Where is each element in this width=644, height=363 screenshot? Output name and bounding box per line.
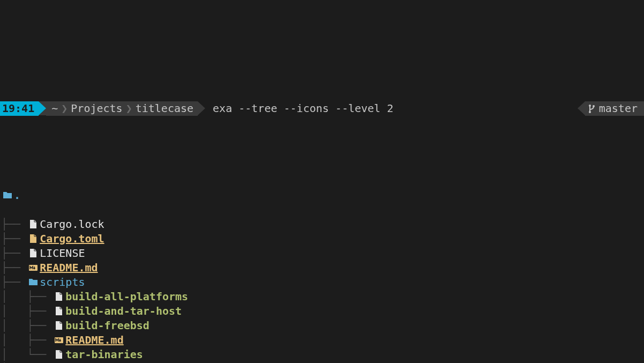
tree-entry-name: Cargo.lock [40,217,104,232]
spacer [398,101,578,116]
tree-entry-name: scripts [40,275,85,290]
path-part: Projects [71,101,122,116]
path-part: titlecase [136,101,193,116]
tree-row: │ ├── build-freebsd [1,318,644,333]
file-icon [53,290,65,304]
chevron-icon: ❯ [58,101,71,116]
tree-row: │ ├── README.md [1,333,644,347]
tree-row: ├── LICENSE [1,246,644,261]
git-branch-segment: master [585,101,644,116]
tree-row: ├── scripts [1,275,644,290]
arrow-icon [578,101,585,115]
tree-entry-name: build-and-tar-host [65,304,182,318]
tree-row: │ └── tar-binaries [1,347,644,362]
tree-guide: ├── [1,217,27,232]
tree-guide: │ └── [1,347,53,362]
tree-row: │ ├── build-and-tar-host [1,304,644,318]
file-icon [53,304,65,318]
tree-guide: ├── [1,246,27,261]
tree-row: │ ├── build-all-platforms [1,290,644,304]
tree-entry-name: build-all-platforms [65,290,188,304]
tree-root: . [1,188,644,203]
arrow-icon [39,101,46,115]
arrow-icon [198,101,205,115]
tree-guide: ├── [1,232,27,246]
tree-root-name: . [14,188,20,203]
tree-entry-name: LICENSE [40,246,85,261]
tree-guide: ├── [1,261,27,275]
clock-segment: 19:41 [0,101,39,116]
tree-output: . ├── Cargo.lock├── Cargo.toml├── LICENS… [0,159,644,363]
prompt-line-top: 19:41 ~❯Projects❯titlecase exa --tree --… [0,101,644,116]
git-branch-icon [587,104,597,114]
tree-guide: │ ├── [1,333,53,347]
file-icon [53,347,65,362]
file-icon [27,246,40,261]
tree-entry-name: README.md [40,261,98,275]
tree-entry-name: build-freebsd [65,318,149,333]
tree-row: ├── Cargo.lock [1,217,644,232]
tree-row: ├── README.md [1,261,644,275]
tree-guide: ├── [1,275,27,290]
path-segment: ~❯Projects❯titlecase [46,101,198,116]
path-part: ~ [51,101,58,116]
file-icon [27,217,40,232]
cfg-icon [27,232,40,246]
tree-entry-name: Cargo.toml [40,232,104,246]
tree-row: ├── Cargo.toml [1,232,644,246]
git-branch-name: master [597,101,638,116]
command-text[interactable]: exa --tree --icons --level 2 [205,101,398,116]
tree-entry-name: tar-binaries [65,347,143,362]
md-icon [53,333,65,347]
folder-icon [27,275,40,290]
tree-guide: │ ├── [1,304,53,318]
tree-entry-name: README.md [65,333,123,347]
tree-guide: │ ├── [1,318,53,333]
md-icon [27,261,40,275]
tree-guide: │ ├── [1,290,53,304]
folder-icon [1,188,14,203]
file-icon [53,318,65,333]
chevron-icon: ❯ [123,101,136,116]
